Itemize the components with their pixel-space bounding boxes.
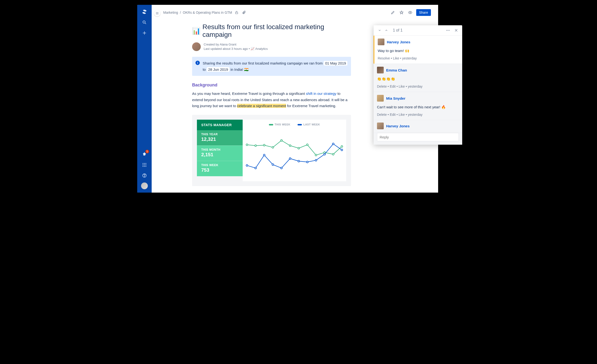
comment-item: Mia Snyder Can't wait to see more of thi… — [374, 92, 462, 120]
watch-icon[interactable] — [408, 10, 413, 15]
star-icon[interactable] — [399, 10, 404, 15]
svg-point-41 — [324, 153, 325, 155]
svg-rect-11 — [144, 166, 145, 167]
notification-badge: 5 — [145, 150, 149, 153]
analytics-link[interactable]: Analytics — [255, 47, 268, 51]
comment-body: 👏👏👏👏 — [377, 77, 459, 81]
breadcrumb: Marketing / OKRs & Operating Plans in GT… — [163, 10, 246, 15]
comment-actions[interactable]: Delete • Edit • Like • yesterday — [377, 85, 459, 88]
svg-point-46 — [449, 30, 450, 31]
svg-point-39 — [306, 161, 308, 163]
comment-more-icon[interactable] — [445, 28, 451, 33]
breadcrumb-space[interactable]: Marketing — [163, 11, 178, 15]
confluence-logo-icon[interactable] — [141, 8, 148, 16]
comment-prev-icon[interactable] — [384, 28, 389, 33]
restrictions-icon[interactable] — [234, 10, 239, 15]
svg-point-45 — [448, 30, 448, 31]
svg-point-38 — [298, 160, 299, 162]
svg-rect-9 — [146, 165, 146, 165]
edit-icon[interactable] — [390, 10, 395, 15]
profile-avatar[interactable] — [141, 182, 148, 189]
comment-actions[interactable]: Delete • Edit • Like • yesterday — [377, 113, 459, 117]
svg-point-30 — [332, 153, 334, 155]
page-actions: Share — [390, 9, 431, 16]
svg-point-28 — [315, 154, 317, 156]
svg-point-22 — [263, 144, 265, 146]
byline: Created by Alana Grant Last updated abou… — [192, 42, 351, 51]
svg-rect-7 — [143, 165, 143, 165]
svg-point-20 — [246, 144, 248, 146]
comment-avatar[interactable] — [377, 95, 384, 102]
comment-author[interactable]: Mia Snyder — [386, 96, 405, 100]
legend-last-week-icon — [298, 124, 302, 126]
comment-counter: 1 of 1 — [393, 28, 402, 32]
svg-point-40 — [315, 159, 317, 161]
svg-point-44 — [446, 30, 447, 31]
highlighted-text: celebrate a significant moment — [237, 104, 286, 108]
comment-body: Way to go team! 🙌 — [378, 49, 459, 53]
analytics-icon: 📈 — [251, 47, 254, 51]
svg-point-25 — [289, 145, 291, 146]
help-icon[interactable] — [141, 172, 148, 179]
svg-point-36 — [281, 167, 282, 169]
stats-row-month: THIS MONTH 2,151 — [197, 145, 243, 161]
svg-point-19 — [409, 12, 411, 13]
author-avatar[interactable] — [192, 42, 201, 51]
app-switcher-icon[interactable] — [141, 161, 148, 168]
share-button[interactable]: Share — [416, 9, 431, 16]
reply-avatar[interactable] — [377, 123, 384, 129]
comment-item: Harvey Jones Way to go team! 🙌 Resolve •… — [374, 36, 462, 63]
svg-point-43 — [341, 149, 343, 151]
svg-rect-8 — [144, 165, 145, 165]
date-chip-start: 01 May 2019 — [324, 61, 348, 65]
comment-next-icon[interactable] — [377, 28, 382, 33]
breadcrumb-page[interactable]: OKRs & Operating Plans in GTM — [183, 11, 232, 15]
svg-rect-10 — [143, 166, 143, 167]
comment-item: Emma Chan 👏👏👏👏 Delete • Edit • Like • ye… — [374, 63, 462, 92]
notifications-icon[interactable]: 5 — [141, 151, 148, 158]
title-emoji-icon: 📊 — [192, 27, 201, 35]
svg-point-14 — [144, 176, 145, 177]
sidebar-toggle-icon[interactable] — [154, 10, 160, 16]
line-chart — [243, 126, 346, 181]
comment-close-icon[interactable] — [454, 28, 459, 33]
svg-point-42 — [332, 143, 334, 145]
info-panel: i Sharing the results from our first loc… — [192, 57, 351, 76]
svg-point-27 — [306, 144, 308, 146]
attachment-icon[interactable] — [241, 10, 246, 15]
svg-line-1 — [145, 23, 146, 24]
info-icon: i — [196, 61, 200, 65]
svg-rect-12 — [146, 166, 146, 167]
svg-point-33 — [255, 167, 256, 169]
svg-point-24 — [281, 140, 282, 141]
date-chip-end: 28 Jun 2019 — [207, 67, 230, 72]
reply-input[interactable] — [377, 133, 459, 141]
comment-actions[interactable]: Resolve • Like • yesterday — [378, 56, 459, 60]
svg-point-31 — [341, 146, 343, 147]
comment-author[interactable]: Emma Chan — [386, 68, 407, 72]
strategy-link[interactable]: shift in our strategy — [306, 91, 337, 95]
svg-point-23 — [272, 146, 274, 148]
stats-row-year: THIS YEAR 12,321 — [197, 130, 243, 145]
svg-point-35 — [272, 164, 274, 165]
updated-line: Last updated about 3 hours ago — [204, 47, 248, 51]
author-line: Created by Alana Grant — [204, 42, 268, 47]
svg-point-37 — [289, 158, 291, 159]
reply-row: Harvey Jones — [374, 120, 462, 133]
reply-author[interactable]: Harvey Jones — [386, 124, 410, 128]
search-icon[interactable] — [141, 19, 148, 26]
svg-point-0 — [143, 21, 145, 23]
comment-panel: 1 of 1 Harvey Jones Way to go team! 🙌 Re… — [374, 25, 462, 145]
svg-rect-18 — [236, 12, 238, 14]
svg-rect-6 — [146, 163, 146, 164]
comment-avatar[interactable] — [378, 39, 385, 45]
create-icon[interactable] — [141, 29, 148, 37]
page-header: Marketing / OKRs & Operating Plans in GT… — [163, 9, 431, 16]
stats-header: STATS MANAGER — [197, 120, 243, 130]
svg-rect-4 — [143, 163, 143, 164]
comment-body: Can't wait to see more of this next year… — [377, 105, 459, 109]
comment-avatar[interactable] — [377, 67, 384, 73]
stats-card: STATS MANAGER THIS YEAR 12,321 THIS MONT… — [192, 115, 351, 186]
comment-author[interactable]: Harvey Jones — [387, 40, 410, 44]
svg-point-32 — [246, 165, 248, 166]
